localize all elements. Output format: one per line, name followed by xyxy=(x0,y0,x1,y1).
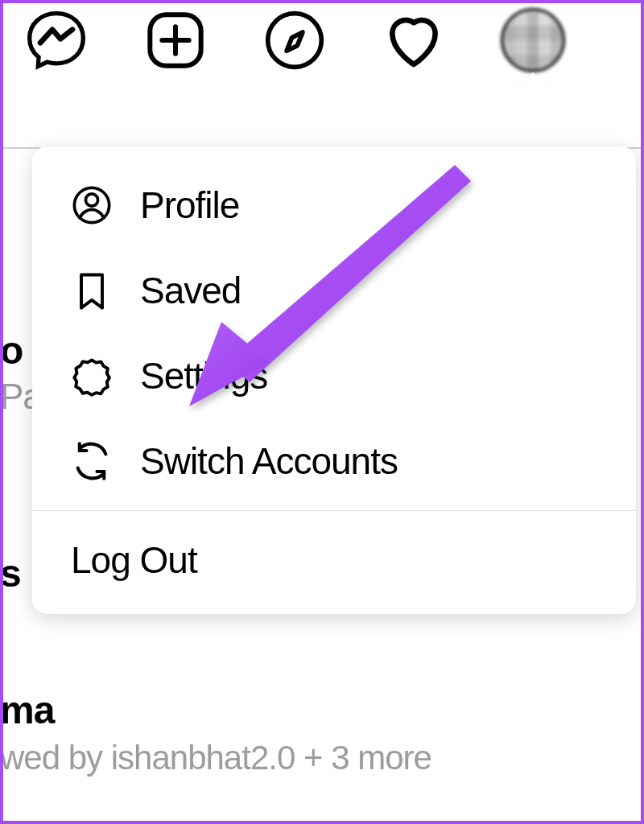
activity-heart-icon[interactable] xyxy=(382,8,446,72)
switch-accounts-icon xyxy=(71,440,113,482)
create-icon[interactable] xyxy=(143,8,208,72)
settings-icon xyxy=(71,355,113,397)
messenger-icon[interactable] xyxy=(24,8,89,72)
menu-item-logout[interactable]: Log Out xyxy=(32,514,636,609)
menu-item-switch-accounts[interactable]: Switch Accounts xyxy=(32,418,636,504)
menu-item-label: Settings xyxy=(140,354,267,398)
top-icon-bar xyxy=(0,8,644,72)
profile-icon xyxy=(71,184,113,226)
menu-item-profile[interactable]: Profile xyxy=(32,163,636,248)
menu-item-label: Profile xyxy=(140,183,239,227)
menu-pointer xyxy=(515,72,551,90)
saved-icon xyxy=(71,270,113,311)
explore-icon[interactable] xyxy=(262,8,327,72)
svg-point-1 xyxy=(268,14,322,68)
menu-item-label: Saved xyxy=(140,269,241,312)
avatar[interactable] xyxy=(501,8,565,72)
menu-separator xyxy=(32,510,636,511)
followed-by-text: wed by ishanbhat2.0 + 3 more xyxy=(0,739,644,777)
menu-item-saved[interactable]: Saved xyxy=(32,248,636,333)
menu-item-label: Switch Accounts xyxy=(140,439,398,483)
bg-text-fragment: s xyxy=(0,551,21,595)
profile-dropdown-menu: Profile Saved Settings Switch Accounts xyxy=(32,146,636,614)
svg-point-3 xyxy=(85,194,97,206)
avatar-wrapper xyxy=(501,8,565,72)
bg-text-fragment: ma xyxy=(0,688,54,732)
bg-text-fragment: o xyxy=(0,328,23,373)
menu-item-settings[interactable]: Settings xyxy=(32,333,636,418)
menu-item-label: Log Out xyxy=(71,538,197,582)
